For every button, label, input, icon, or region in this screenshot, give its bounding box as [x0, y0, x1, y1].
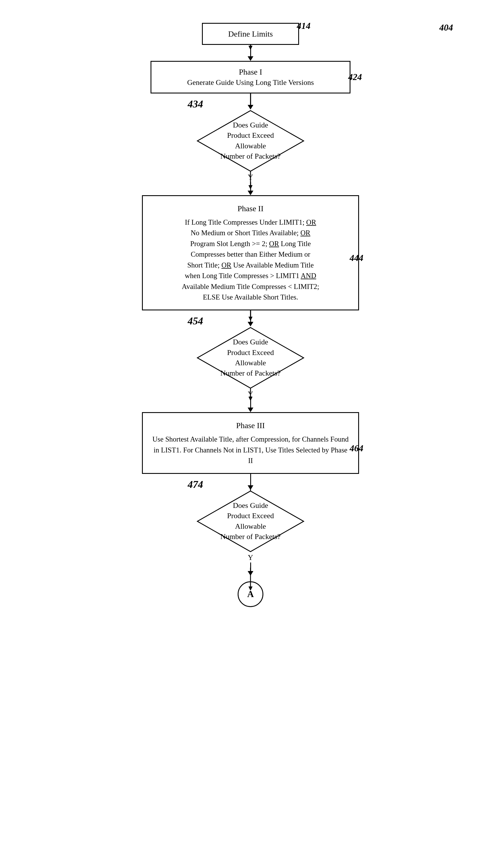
phase1-row: Phase I Generate Guide Using Long Title … [122, 61, 379, 93]
connector-6 [250, 474, 251, 485]
phase2-row: Phase II If Long Title Compresses Under … [122, 195, 379, 310]
phase2-body: If Long Title Compresses Under LIMIT1; O… [152, 217, 349, 303]
diamond1-line2: Product Exceed Allowable [227, 131, 274, 150]
connector-3 [250, 182, 251, 191]
y-label-1: Y [248, 173, 253, 181]
ref-464: 464 [350, 443, 363, 453]
terminal-a: A [238, 581, 263, 607]
connector-5 [250, 399, 251, 408]
y-label-2: Y [248, 390, 253, 398]
phase3-title: Phase III [152, 420, 349, 431]
arrow-7 [248, 571, 253, 576]
ref-474: 474 [188, 479, 203, 490]
diagram-container: Define Limits 414 404 Phase I Generate G… [0, 0, 501, 868]
diamond1-line3: Number of Packets? [221, 152, 281, 160]
phase2-title: Phase II [152, 203, 349, 214]
diamond1-row: Does Guide Product Exceed Allowable Numb… [122, 109, 379, 172]
diamond1: Does Guide Product Exceed Allowable Numb… [196, 109, 305, 172]
diamond2-line1: Does Guide [233, 338, 268, 346]
define-limits-label: Define Limits [228, 29, 273, 38]
diamond2-row: Does Guide Product Exceed Allowable Numb… [122, 326, 379, 389]
phase3-box: Phase III Use Shortest Available Title, … [142, 412, 359, 474]
diamond2: Does Guide Product Exceed Allowable Numb… [196, 326, 305, 389]
diamond2-line3: Number of Packets? [221, 369, 281, 377]
ref-404: 404 [439, 22, 453, 33]
ref-414: 414 [297, 21, 310, 31]
arrow-6 [248, 485, 253, 490]
phase2-box: Phase II If Long Title Compresses Under … [142, 195, 359, 310]
diamond3-line2: Product Exceed Allowable [227, 512, 274, 530]
arrow-3 [248, 191, 253, 195]
diamond2-line2: Product Exceed Allowable [227, 348, 274, 367]
ref-454: 454 [188, 315, 203, 327]
connector-1 [250, 45, 251, 56]
arrow-1 [248, 56, 253, 61]
diamond3: Does Guide Product Exceed Allowable Numb… [196, 490, 305, 553]
ref-424: 424 [348, 72, 362, 82]
terminal-a-label: A [247, 589, 254, 599]
ref-434: 434 [188, 98, 203, 110]
arrow-2 [248, 105, 253, 109]
define-limits-box: Define Limits [202, 23, 299, 45]
diamond3-line3: Number of Packets? [221, 532, 281, 541]
diamond3-text: Does Guide Product Exceed Allowable Numb… [216, 498, 285, 545]
phase3-row: Phase III Use Shortest Available Title, … [122, 412, 379, 474]
phase3-body: Use Shortest Available Title, after Comp… [152, 434, 349, 466]
arrow-5 [248, 408, 253, 412]
diamond2-text: Does Guide Product Exceed Allowable Numb… [216, 334, 285, 381]
diamond3-line1: Does Guide [233, 501, 268, 510]
arrow-4 [248, 322, 253, 326]
connector-4 [250, 310, 251, 322]
connector-7 [250, 563, 251, 571]
diamond1-line1: Does Guide [233, 121, 268, 129]
y-label-3: Y [248, 553, 253, 562]
phase1-title: Phase I [158, 66, 343, 77]
connector-2 [250, 93, 251, 105]
diamond3-row: Does Guide Product Exceed Allowable Numb… [122, 490, 379, 553]
ref-444: 444 [350, 253, 363, 263]
define-limits-row: Define Limits 414 [122, 23, 379, 45]
diamond1-text: Does Guide Product Exceed Allowable Numb… [216, 117, 285, 165]
phase1-body: Generate Guide Using Long Title Versions [158, 77, 343, 88]
phase1-box: Phase I Generate Guide Using Long Title … [150, 61, 351, 93]
